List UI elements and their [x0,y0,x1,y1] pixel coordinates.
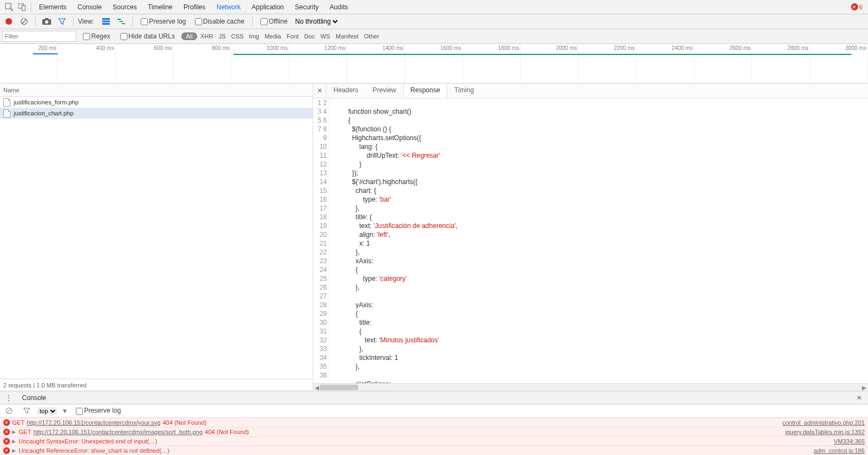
close-detail-icon[interactable]: ✕ [313,84,326,98]
main-tab-elements[interactable]: Elements [34,1,72,13]
console-filter-icon[interactable] [20,404,33,418]
separator [31,2,31,12]
filter-type-xhr[interactable]: XHR [201,33,213,40]
filter-type-font[interactable]: Font [287,33,299,40]
svg-rect-11 [118,19,121,20]
inspect-icon[interactable] [2,1,15,14]
main-tab-audits[interactable]: Audits [324,1,353,13]
main-tab-console[interactable]: Console [72,1,107,13]
disable-cache-checkbox[interactable]: Disable cache [192,18,248,25]
drawer-tab-console[interactable]: Console [18,393,51,403]
filter-type-media[interactable]: Media [265,33,281,40]
timeline-tick: 400 ms [58,44,115,54]
file-icon [3,109,10,118]
large-rows-icon[interactable] [99,15,113,28]
detail-tab-preview[interactable]: Preview [365,84,403,98]
expand-icon[interactable]: ▶ [12,448,16,453]
console-drawer: ⋮ Console ✕ top ▼ Preserve log ✕ GET htt… [0,391,868,455]
error-icon: ✕ [3,419,10,426]
hide-data-urls-checkbox[interactable]: Hide data URLs [117,32,179,40]
main-tab-sources[interactable]: Sources [107,1,142,13]
request-list-header-name[interactable]: Name [0,84,313,97]
timeline-tick: 1000 ms [231,44,289,54]
filter-type-img[interactable]: Img [249,33,259,40]
main-tab-security[interactable]: Security [290,1,324,13]
svg-line-4 [22,19,26,24]
devtools-main-toolbar: ElementsConsoleSourcesTimelineProfilesNe… [0,0,868,14]
filter-type-css[interactable]: CSS [231,33,244,40]
expand-icon[interactable]: ▶ [12,429,16,435]
line-gutter: 1 2 3 4 5 6 7 8 9 10 11 12 13 14 15 16 1… [313,98,330,383]
device-toggle-icon[interactable] [15,1,29,14]
timeline-tick: 1800 ms [463,44,521,54]
main-tab-application[interactable]: Application [246,1,290,13]
timeline-tick: 3000 ms [810,44,868,54]
error-source-link[interactable]: adm_control.js:186 [814,447,865,454]
error-source-link[interactable]: VM334:365 [834,438,865,445]
timeline-tick: 1600 ms [405,44,463,54]
filter-type-other[interactable]: Other [364,33,380,40]
timeline-overview[interactable]: 200 ms400 ms600 ms800 ms1000 ms1200 ms14… [0,44,868,84]
console-error-row[interactable]: ✕▶GET http://172.20.106.151/contactcente… [0,427,868,436]
main-tab-timeline[interactable]: Timeline [142,1,178,13]
main-tab-network[interactable]: Network [211,1,246,13]
request-summary: 2 requests | 1.0 MB transferred [0,379,313,391]
horizontal-scrollbar[interactable]: ◀ ▶ [313,383,868,391]
detail-tab-timing[interactable]: Timing [447,84,481,98]
record-button[interactable] [2,15,15,28]
capture-screenshot-icon[interactable] [40,15,53,28]
waterfall-view-icon[interactable] [115,15,128,28]
filter-type-all[interactable]: All [181,32,197,40]
clear-button[interactable] [18,15,31,28]
filter-type-js[interactable]: JS [219,33,226,40]
response-body[interactable]: function show_chart() { $(function () { … [330,98,868,383]
request-detail-pane: ✕ HeadersPreviewResponseTiming 1 2 3 4 5… [313,84,868,391]
svg-line-15 [7,409,10,413]
error-count-badge[interactable]: ✕6 [851,3,866,10]
timeline-tick: 2600 ms [694,44,752,54]
svg-rect-6 [45,18,48,20]
filter-toggle-icon[interactable] [55,15,69,28]
clear-console-icon[interactable] [2,404,15,418]
console-error-row[interactable]: ✕▶Uncaught SyntaxError: Unexpected end o… [0,436,868,446]
main-tab-profiles[interactable]: Profiles [178,1,211,13]
regex-checkbox[interactable]: Regex [80,32,114,40]
timeline-tick: 2200 ms [578,44,636,54]
detail-tab-response[interactable]: Response [403,84,447,98]
console-context-select[interactable]: top [37,407,57,415]
close-drawer-icon[interactable]: ✕ [853,391,866,404]
request-list-pane: Name justificaciones_form.phpjustificaci… [0,84,313,391]
error-source-link[interactable]: jquery.dataTables.min.js:1392 [785,429,865,435]
view-label: View: [78,18,94,25]
console-preserve-log-checkbox[interactable]: Preserve log [73,407,124,414]
request-name: justificacion_chart.php [14,110,74,116]
timeline-tick: 200 ms [0,44,58,54]
error-source-link[interactable]: control_administrativo.php:201 [782,419,865,426]
filter-type-doc[interactable]: Doc [304,33,315,40]
timeline-tick: 1200 ms [290,44,347,54]
console-error-row[interactable]: ✕ GET http://172.20.106.151/contactcente… [0,418,868,427]
timeline-tick: 1400 ms [347,44,405,54]
drawer-menu-icon[interactable]: ⋮ [2,391,15,404]
request-row[interactable]: justificacion_chart.php [0,108,313,119]
throttling-select[interactable]: No throttling [293,17,340,26]
error-icon: ✕ [3,438,10,445]
request-row[interactable]: justificaciones_form.php [0,97,313,108]
file-icon [3,98,10,107]
filter-type-ws[interactable]: WS [320,33,330,40]
filter-input[interactable] [2,31,76,42]
svg-rect-13 [121,23,125,24]
timeline-tick: 2000 ms [521,44,578,54]
expand-icon[interactable]: ▶ [12,439,16,444]
timeline-tick: 2800 ms [752,44,810,54]
svg-rect-10 [102,23,110,25]
timeline-tick: 600 ms [116,44,174,54]
detail-tab-headers[interactable]: Headers [326,84,365,98]
preserve-log-checkbox[interactable]: Preserve log [137,18,189,25]
console-error-row[interactable]: ✕▶Uncaught ReferenceError: show_chart is… [0,446,868,455]
offline-checkbox[interactable]: Offline [257,18,291,25]
svg-rect-8 [102,18,110,20]
request-name: justificaciones_form.php [14,99,79,106]
filter-type-manifest[interactable]: Manifest [336,33,359,40]
error-icon: ✕ [3,447,10,454]
